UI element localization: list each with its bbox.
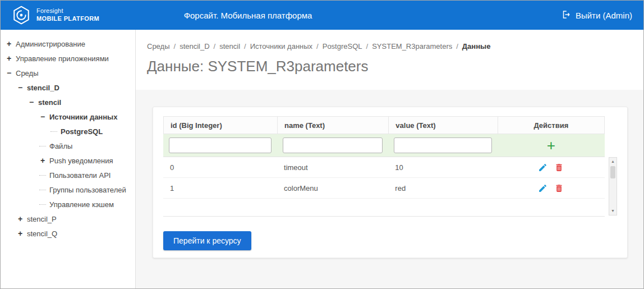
table-body: 0timeout101colorMenured [163,157,605,217]
go-to-resource-button[interactable]: Перейти к ресурсу [163,231,251,250]
column-header: value (Text) [388,116,497,134]
breadcrumb-separator: / [366,42,369,51]
sidebar-item-label: stencil_D [27,84,59,92]
sidebar-item[interactable]: +Администрирование [1,36,135,51]
filter-input[interactable] [169,137,272,153]
sidebar-item[interactable]: −Среды [1,66,135,80]
add-row-button[interactable]: + [547,138,555,153]
sidebar-item[interactable]: +stencil_P [1,212,135,226]
sidebar-item-label: PostgreSQL [61,127,103,136]
sidebar-item-label: Управление приложениями [16,54,109,63]
sidebar-item-label: Источники данных [49,113,117,121]
brand-subtitle: MOBILE PLATFORM [36,15,99,23]
main-content: Среды/stencil_D/stencil/Источники данных… [136,30,643,288]
logout-icon [561,10,571,21]
expand-icon[interactable]: + [16,230,24,237]
sidebar-item-label: Среды [16,69,39,77]
table-filter-row: + [163,134,605,157]
column-header: Действия [498,116,605,134]
breadcrumb-separator: / [174,42,176,51]
app-window: Foresight MOBILE PLATFORM Форсайт. Мобил… [0,0,644,289]
cell-name: colorMenu [277,178,388,198]
sidebar-item-label: Управление кэшем [49,200,114,209]
sidebar-item[interactable]: +Push уведомления [1,153,135,168]
cell-value: 10 [388,157,497,177]
sidebar-item[interactable]: PostgreSQL [1,124,135,139]
sidebar-item[interactable]: +Управление приложениями [1,51,135,66]
breadcrumb-item: Данные [462,42,491,51]
filter-cell [277,134,388,157]
add-row-cell: + [498,134,605,157]
sidebar-item-label: Файлы [49,142,72,150]
row-actions [498,178,605,198]
sidebar-item[interactable]: Группы пользователей [1,182,135,197]
scrollbar-thumb[interactable] [610,166,615,178]
foresight-logo-icon [12,6,31,25]
breadcrumb-item[interactable]: PostgreSQL [323,42,362,51]
scroll-up-icon[interactable]: ▲ [611,158,615,166]
brand-name: Foresight [36,7,99,15]
row-actions [498,157,605,177]
expand-icon[interactable]: + [16,215,24,223]
edit-icon[interactable] [538,184,548,193]
logout-button[interactable]: Выйти (Admin) [561,10,632,21]
filter-cell [163,134,277,157]
navigation-tree: +Администрирование+Управление приложения… [1,36,135,241]
expand-icon[interactable]: + [39,157,47,164]
table-header-row: id (Big Integer)name (Text)value (Text)Д… [163,116,605,134]
column-header: id (Big Integer) [163,116,277,134]
sidebar-item[interactable]: −stencil [1,95,135,109]
collapse-icon[interactable]: − [27,98,35,106]
sidebar-item-label: Администрирование [16,40,85,48]
breadcrumb: Среды/stencil_D/stencil/Источники данных… [136,30,643,51]
vertical-scrollbar[interactable]: ▲ ▼ [609,157,617,215]
data-card: id (Big Integer)name (Text)value (Text)Д… [153,107,628,258]
column-header: name (Text) [277,116,388,134]
edit-icon[interactable] [538,163,548,172]
expand-icon[interactable]: + [5,54,13,62]
collapse-icon[interactable]: − [16,84,24,91]
breadcrumb-item[interactable]: SYSTEM_R3parameters [372,42,452,51]
sidebar-item[interactable]: Файлы [1,139,135,153]
table-row: 0timeout10 [163,157,605,178]
sidebar-item-label: stencil [38,98,61,107]
sidebar-item[interactable]: Управление кэшем [1,197,135,212]
sidebar-item-label: stencil_P [27,215,57,223]
brand-text: Foresight MOBILE PLATFORM [36,7,99,23]
sidebar-item-label: Пользователи API [49,171,111,180]
delete-icon[interactable] [554,184,564,193]
breadcrumb-item[interactable]: Источники данных [250,42,312,51]
data-table: id (Big Integer)name (Text)value (Text)Д… [163,116,617,217]
breadcrumb-item[interactable]: stencil [219,42,240,51]
breadcrumb-item[interactable]: Среды [147,42,170,51]
sidebar-item-label: Группы пользователей [49,186,126,194]
table-row: 1colorMenured [163,178,605,199]
breadcrumb-item[interactable]: stencil_D [180,42,209,51]
collapse-icon[interactable]: − [39,113,47,121]
sidebar-item[interactable]: Пользователи API [1,168,135,182]
filter-input[interactable] [394,137,491,153]
app-body: +Администрирование+Управление приложения… [1,30,643,288]
cell-name: timeout [277,157,388,177]
expand-icon[interactable]: + [5,40,13,48]
cell-value: red [388,178,497,198]
sidebar: +Администрирование+Управление приложения… [1,30,136,288]
brand: Foresight MOBILE PLATFORM [12,6,99,25]
filter-input[interactable] [283,137,383,153]
cell-id: 1 [163,178,277,198]
logout-label: Выйти (Admin) [576,11,632,20]
breadcrumb-separator: / [214,42,216,51]
content-band: id (Big Integer)name (Text)value (Text)Д… [136,90,643,288]
sidebar-item[interactable]: −Источники данных [1,109,135,124]
page-title: Данные: SYSTEM_R3parameters [147,58,643,75]
sidebar-item[interactable]: +stencil_Q [1,226,135,241]
collapse-icon[interactable]: − [5,69,13,77]
sidebar-item-label: Push уведомления [49,157,113,165]
cell-id: 0 [163,157,277,177]
sidebar-item-label: stencil_Q [27,230,57,238]
delete-icon[interactable] [554,163,564,172]
scroll-down-icon[interactable]: ▼ [611,207,615,215]
breadcrumb-separator: / [244,42,246,51]
breadcrumb-separator: / [316,42,319,51]
sidebar-item[interactable]: −stencil_D [1,80,135,95]
